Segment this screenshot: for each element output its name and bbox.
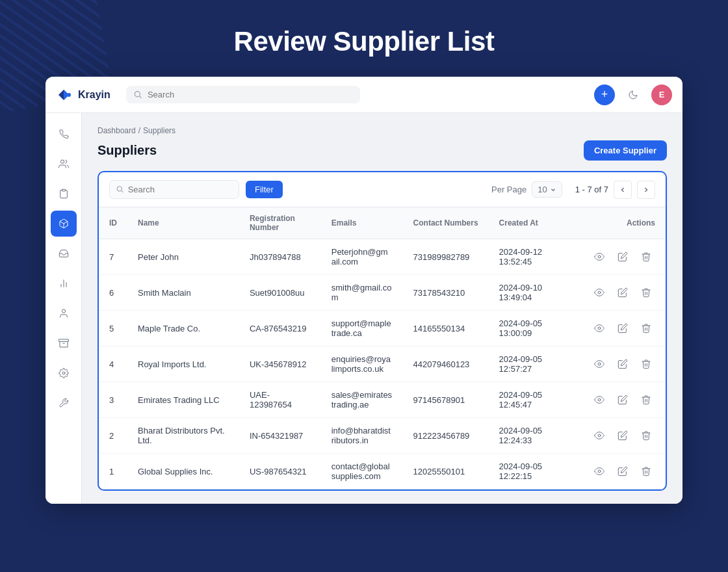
cell-id: 7: [99, 239, 127, 275]
svg-point-19: [598, 470, 601, 473]
nav-search-input[interactable]: [148, 90, 352, 99]
cell-created: 2024-09-10 13:49:04: [489, 275, 580, 311]
theme-toggle-button[interactable]: [623, 84, 644, 105]
cell-email: enquiries@royalimports.co.uk: [321, 346, 403, 382]
sidebar-item-calls[interactable]: [51, 121, 77, 147]
breadcrumb-separator: /: [138, 126, 140, 135]
cell-created: 2024-09-05 12:57:27: [489, 346, 580, 382]
view-button-7[interactable]: [590, 248, 608, 266]
cell-name: Peter John: [127, 239, 239, 275]
add-button[interactable]: +: [594, 84, 615, 105]
cell-id: 2: [99, 418, 127, 454]
table-row: 5 Maple Trade Co. CA-876543219 support@m…: [99, 311, 666, 346]
phone-icon: [58, 129, 69, 139]
cell-actions: [580, 454, 666, 489]
edit-icon: [618, 287, 628, 298]
table-row: 4 Royal Imports Ltd. UK-345678912 enquir…: [99, 346, 666, 382]
filter-button[interactable]: Filter: [246, 181, 283, 198]
pagination-prev-button[interactable]: [614, 181, 632, 199]
cell-id: 5: [99, 311, 127, 346]
edit-button-4[interactable]: [614, 355, 632, 373]
trash-icon: [641, 395, 651, 405]
main-page-title: Review Supplier List: [0, 26, 728, 57]
trash-icon: [641, 466, 651, 476]
breadcrumb: Dashboard / Suppliers: [98, 126, 667, 135]
delete-button-5[interactable]: [637, 319, 655, 337]
view-button-4[interactable]: [590, 355, 608, 373]
cell-id: 1: [99, 454, 127, 489]
eye-icon: [594, 287, 604, 298]
table-row: 3 Emirates Trading LLC UAE-123987654 sal…: [99, 382, 666, 418]
cell-name: Global Supplies Inc.: [127, 454, 239, 489]
cell-name: Maple Trade Co.: [127, 311, 239, 346]
trash-icon: [641, 430, 651, 441]
page-title-area: Review Supplier List: [0, 0, 728, 77]
per-page-select[interactable]: 10: [532, 181, 562, 198]
sidebar-item-settings[interactable]: [51, 360, 77, 386]
col-id: ID: [99, 207, 127, 239]
svg-point-1: [135, 91, 140, 96]
cell-actions: [580, 239, 666, 275]
delete-button-3[interactable]: [637, 391, 655, 409]
edit-button-7[interactable]: [614, 248, 632, 266]
eye-icon: [594, 395, 604, 405]
table-search-input[interactable]: [128, 185, 232, 194]
delete-button-2[interactable]: [637, 426, 655, 445]
edit-icon: [618, 395, 628, 405]
eye-icon: [594, 430, 604, 441]
sidebar-item-person[interactable]: [51, 300, 77, 326]
table-row: 2 Bharat Distributors Pvt. Ltd. IN-65432…: [99, 418, 666, 454]
delete-button-4[interactable]: [637, 355, 655, 373]
view-button-3[interactable]: [590, 391, 608, 409]
cell-created: 2024-09-05 12:45:47: [489, 382, 580, 418]
sidebar-item-suppliers[interactable]: [51, 211, 77, 237]
delete-button-6[interactable]: [637, 283, 655, 302]
cell-name: Emirates Trading LLC: [127, 382, 239, 418]
table-search-bar[interactable]: [109, 180, 239, 199]
cell-email: contact@globalsupplies.com: [321, 454, 403, 489]
suppliers-table: ID Name RegistrationNumber Emails Contac…: [99, 207, 666, 489]
svg-point-13: [598, 255, 601, 258]
cell-created: 2024-09-05 12:22:15: [489, 454, 580, 489]
sidebar-item-contacts[interactable]: [51, 151, 77, 177]
sidebar-item-tasks[interactable]: [51, 181, 77, 207]
edit-button-3[interactable]: [614, 391, 632, 409]
pagination-next-button[interactable]: [637, 181, 655, 199]
trash-icon: [641, 287, 651, 298]
cell-contact: 97145678901: [403, 382, 489, 418]
user-avatar[interactable]: E: [651, 84, 672, 105]
breadcrumb-dashboard[interactable]: Dashboard: [98, 126, 136, 135]
cell-actions: [580, 346, 666, 382]
view-button-5[interactable]: [590, 319, 608, 337]
delete-button-7[interactable]: [637, 248, 655, 266]
svg-rect-9: [58, 339, 68, 341]
pagination-info: 1 - 7 of 7: [575, 185, 608, 194]
edit-button-5[interactable]: [614, 319, 632, 337]
sidebar-item-inbox[interactable]: [51, 240, 77, 266]
col-emails: Emails: [321, 207, 403, 239]
per-page-area: Per Page 10 1 - 7 of 7: [491, 181, 655, 199]
edit-icon: [618, 430, 628, 441]
trash-icon: [641, 252, 651, 262]
view-button-1[interactable]: [590, 462, 608, 480]
svg-point-2: [60, 160, 64, 163]
delete-button-1[interactable]: [637, 462, 655, 480]
eye-icon: [594, 359, 604, 369]
edit-button-2[interactable]: [614, 426, 632, 445]
view-button-2[interactable]: [590, 426, 608, 445]
edit-button-1[interactable]: [614, 462, 632, 480]
edit-button-6[interactable]: [614, 283, 632, 302]
sidebar-item-reports[interactable]: [51, 270, 77, 296]
svg-point-11: [62, 372, 65, 374]
per-page-value: 10: [538, 185, 547, 194]
main-layout: Dashboard / Suppliers Suppliers Create S…: [46, 113, 682, 504]
per-page-label: Per Page: [491, 185, 526, 194]
nav-search-bar[interactable]: [126, 86, 360, 103]
view-button-6[interactable]: [590, 283, 608, 302]
sidebar-item-tools[interactable]: [51, 390, 77, 416]
create-supplier-button[interactable]: Create Supplier: [584, 140, 667, 161]
cell-contact: 731989982789: [403, 239, 489, 275]
cell-registration: CA-876543219: [239, 311, 321, 346]
sidebar-item-archive[interactable]: [51, 330, 77, 356]
cell-created: 2024-09-12 13:52:45: [489, 239, 580, 275]
